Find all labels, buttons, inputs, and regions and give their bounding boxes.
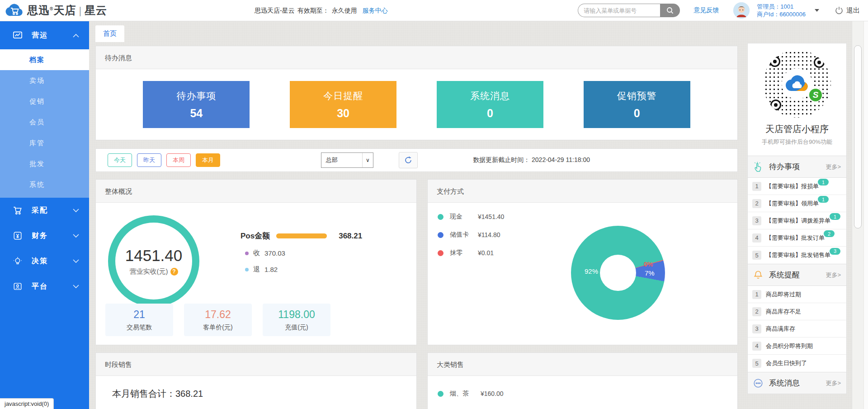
reminder-list-item[interactable]: 4 会员积分即将到期 (748, 338, 846, 355)
logo-text: 思迅®天店|星云 (27, 3, 107, 18)
right-rail: S 天店管店小程序 手机即可操作后台90%功能 待办事项 更多> 1 【需要审核… (747, 43, 847, 409)
logo-divider: | (79, 5, 82, 17)
avatar[interactable] (733, 2, 750, 19)
item-label: 【需要审核】调拨差异单 (766, 217, 830, 225)
sidebar-section-pingtai[interactable]: 平台 (0, 274, 89, 299)
card-label: 待办事项 (176, 90, 216, 102)
todo-list-item[interactable]: 5 【需要审核】批发销售单 3 (748, 247, 846, 264)
sidebar-section-label: 平台 (32, 282, 48, 291)
card-today-reminders[interactable]: 今日提醒 30 (290, 81, 396, 128)
scrollbar-thumb[interactable] (854, 45, 862, 228)
sidebar-section-caiwu[interactable]: 财务 (0, 223, 89, 248)
top-bar: 思迅®天店|星云 思迅天店-星云 有效期至： 永久使用 服务中心 意见反馈 (0, 0, 868, 21)
card-system-messages[interactable]: 系统消息 0 (437, 81, 543, 128)
count-badge: 1 (830, 213, 840, 220)
qr-code: S (763, 50, 831, 118)
todo-message-panel: 待办消息 待办事项 54 今日提醒 30 系统消息 0 促销预警 0 (95, 46, 738, 140)
pos-amount-value: 368.21 (339, 232, 362, 241)
sidebar-item-kuguan[interactable]: 库管 (0, 133, 89, 153)
status-link-tooltip: javascript:void(0) (0, 398, 54, 409)
store-select[interactable]: 总部 ∨ (321, 152, 373, 168)
refresh-button[interactable] (399, 152, 418, 168)
user-menu-caret-icon[interactable] (815, 9, 819, 12)
stat-label: 交易笔数 (127, 323, 152, 332)
item-index: 5 (752, 359, 761, 368)
chevron-down-icon (73, 209, 79, 213)
item-label: 商品满库存 (766, 325, 795, 333)
reminder-list-item[interactable]: 2 商品库存不足 (748, 303, 846, 320)
todo-list-item[interactable]: 3 【需要审核】调拨差异单 1 (748, 212, 846, 229)
search-input[interactable] (578, 4, 660, 17)
feedback-link[interactable]: 意见反馈 (693, 6, 719, 14)
license-product: 思迅天店-星云 (255, 7, 295, 15)
reminder-list-item[interactable]: 5 会员生日快到了 (748, 355, 846, 372)
range-button-yesterday[interactable]: 昨天 (137, 153, 161, 167)
app-logo: 思迅®天店|星云 (0, 3, 149, 18)
donut-label-cash: 92% (585, 267, 598, 275)
card-promo-alerts[interactable]: 促销预警 0 (584, 81, 690, 128)
sidebar-submenu: 档案 卖场 促销 会员 库管 批发 系统 (0, 49, 89, 198)
stat-value: 21 (133, 309, 145, 321)
sidebar-section-juece[interactable]: 决策 (0, 248, 89, 274)
rail-messages-more-link[interactable]: 更多> (826, 379, 841, 387)
page-right-edge (864, 21, 868, 409)
panel-title: 支付方式 (428, 180, 737, 203)
gauge-value: 1451.40 (125, 247, 183, 265)
filter-bar: 今天 昨天 本周 本月 总部 ∨ 数据更新截止时间： 2022-04-29 11… (95, 148, 738, 172)
bell-icon (753, 270, 763, 281)
page-scrollbar[interactable] (852, 21, 863, 409)
sidebar-item-xitong[interactable]: 系统 (0, 174, 89, 195)
sidebar-item-huiyuan[interactable]: 会员 (0, 112, 89, 133)
search-icon (666, 6, 674, 14)
todo-list-item[interactable]: 2 【需要审核】领用单 1 (748, 195, 846, 212)
card-value: 30 (337, 107, 349, 120)
item-label: 商品库存不足 (766, 308, 801, 316)
rail-todo-more-link[interactable]: 更多> (826, 163, 841, 171)
legend-dot (438, 391, 443, 397)
category-amount: ¥160.00 (481, 390, 504, 397)
rail-reminder-more-link[interactable]: 更多> (826, 271, 841, 279)
item-label: 商品即将过期 (766, 290, 801, 299)
sidebar-item-cuxiao[interactable]: 促销 (0, 91, 89, 112)
todo-list-item[interactable]: 1 【需要审核】报损单 1 (748, 178, 846, 195)
item-label: 会员积分即将到期 (766, 342, 813, 350)
card-todo-items[interactable]: 待办事项 54 (143, 81, 250, 128)
item-index: 5 (752, 251, 761, 260)
pos-amount-label: Pos金额 (241, 231, 270, 241)
item-index: 3 (752, 324, 761, 333)
range-button-this-week[interactable]: 本周 (166, 153, 191, 167)
range-button-this-month[interactable]: 本月 (196, 153, 220, 167)
reminder-list-item[interactable]: 1 商品即将过期 (748, 286, 846, 303)
store-select-value: 总部 (321, 156, 362, 164)
help-question-icon[interactable]: ? (170, 268, 178, 276)
category-name: 烟、茶 (450, 390, 481, 398)
payment-legend: 现金 ¥1451.40 储值卡 ¥114.80 抹零 ¥0.01 (438, 213, 504, 267)
search-button[interactable] (660, 4, 680, 17)
tab-home[interactable]: 首页 (95, 25, 124, 42)
rail-todo-title: 待办事项 (769, 162, 800, 172)
reminder-list-item[interactable]: 3 商品满库存 (748, 320, 846, 338)
lightbulb-icon (13, 257, 23, 266)
range-button-today[interactable]: 今天 (108, 153, 132, 167)
sidebar-item-maichang[interactable]: 卖场 (0, 70, 89, 91)
update-time-value: 2022-04-29 11:18:00 (532, 156, 590, 163)
sidebar: 营运 档案 卖场 促销 会员 库管 批发 系统 采配 财务 (0, 21, 89, 409)
card-label: 今日提醒 (323, 90, 363, 102)
item-index: 2 (752, 307, 761, 316)
service-center-link[interactable]: 服务中心 (363, 7, 388, 15)
item-index: 3 (752, 216, 761, 225)
message-bubble-icon (753, 378, 763, 388)
todo-list-item[interactable]: 4 【需要审核】批发订单 2 (748, 229, 846, 247)
sidebar-item-pifa[interactable]: 批发 (0, 153, 89, 174)
sidebar-item-dangan[interactable]: 档案 (0, 49, 89, 70)
stat-value: 17.62 (205, 309, 231, 321)
sidebar-section-yingyun[interactable]: 营运 (0, 21, 89, 49)
logout-label: 退出 (846, 6, 860, 15)
sidebar-section-caipei[interactable]: 采配 (0, 198, 89, 223)
refund-label: 退 (253, 265, 260, 274)
user-info[interactable]: 管理员：1001 商户Id：66000006 (757, 3, 806, 18)
logout-button[interactable]: 退出 (835, 6, 860, 15)
stat-value: 1198.00 (278, 309, 315, 321)
card-label: 促销预警 (617, 90, 657, 102)
admin-label: 管理员：1001 (757, 3, 806, 10)
